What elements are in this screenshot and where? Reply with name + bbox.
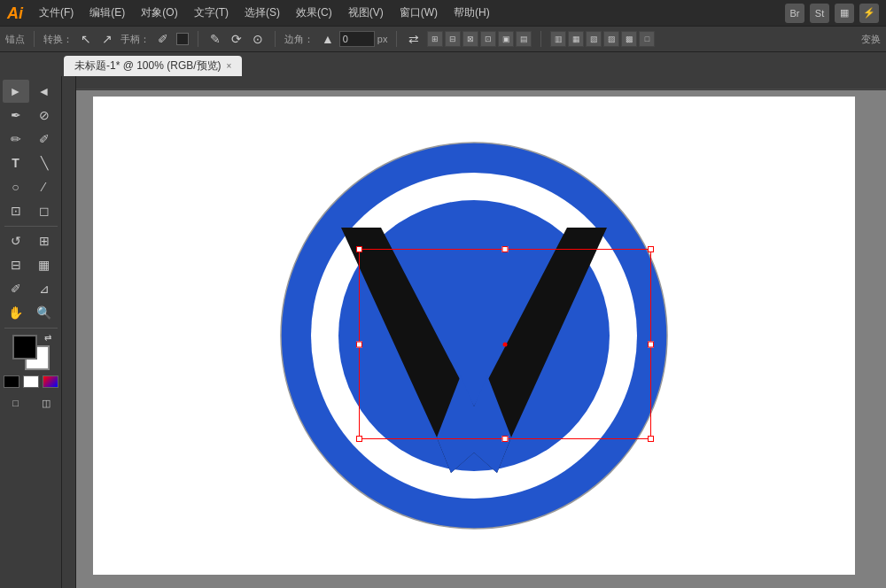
distribute-icons-group: ▥ ▦ ▧ ▨ ▩ □ xyxy=(550,31,655,47)
tool-row-shape: ○ ∕ xyxy=(3,175,59,198)
handle-label: 手柄： xyxy=(120,33,150,46)
convert-arrow-icon[interactable]: ↖ xyxy=(78,32,94,46)
bridge-icon[interactable]: Br xyxy=(785,4,804,23)
direct-select-tool-button[interactable]: ◄ xyxy=(31,80,58,103)
menu-select[interactable]: 选择(S) xyxy=(237,3,287,23)
tool-row-select: ► ◄ xyxy=(3,80,59,103)
extra-swatches-row xyxy=(4,375,58,388)
dist-right-icon[interactable]: ▧ xyxy=(586,31,602,47)
divider-3 xyxy=(275,31,276,47)
menu-effect[interactable]: 效果(C) xyxy=(289,3,339,23)
divider-4 xyxy=(396,31,397,47)
text-tool-button[interactable]: T xyxy=(3,151,29,174)
corner-swatch[interactable] xyxy=(176,33,189,45)
ellipse-tool-button[interactable]: ○ xyxy=(3,175,29,198)
dist-center-h-icon[interactable]: ▦ xyxy=(568,31,584,47)
tool-row-pen: ✒ ⊘ xyxy=(3,104,59,127)
anchor-point-icon[interactable]: ⊙ xyxy=(250,32,266,46)
black-swatch[interactable] xyxy=(4,375,19,388)
artboard xyxy=(93,97,855,575)
eyedropper-tool-button[interactable]: ✐ xyxy=(3,277,29,300)
app-logo: Ai xyxy=(7,5,23,21)
toolbar-separator-1 xyxy=(4,226,58,227)
menu-file[interactable]: 文件(F) xyxy=(32,3,81,23)
divider-2 xyxy=(198,31,198,47)
menu-right-icons: Br St ▦ ⚡ xyxy=(785,4,879,23)
tool-row-text: T ╲ xyxy=(3,151,59,174)
vertical-ruler xyxy=(62,76,76,588)
menu-view[interactable]: 视图(V) xyxy=(341,3,391,23)
menu-items: 文件(F) 编辑(E) 对象(O) 文字(T) 选择(S) 效果(C) 视图(V… xyxy=(32,3,785,23)
align-center-h-icon[interactable]: ⊟ xyxy=(445,31,461,47)
tool-row-eyedropper: ✐ ⊿ xyxy=(3,277,59,300)
curvature-tool-button[interactable]: ⊘ xyxy=(31,104,58,127)
menu-bar: Ai 文件(F) 编辑(E) 对象(O) 文字(T) 选择(S) 效果(C) 视… xyxy=(0,0,886,26)
align-icons-group: ⊞ ⊟ ⊠ ⊡ ▣ ▤ xyxy=(427,31,532,47)
anchor-pen-icon[interactable]: ✎ xyxy=(207,32,223,46)
tool-row-blend: ⊟ ▦ xyxy=(3,253,59,276)
hand-tool-button[interactable]: ✋ xyxy=(3,301,29,324)
grid-icon[interactable]: ▦ xyxy=(835,4,854,23)
pen-tool-button[interactable]: ✒ xyxy=(3,104,29,127)
transform-link-icon[interactable]: ⇄ xyxy=(406,32,422,46)
menu-object[interactable]: 对象(O) xyxy=(134,3,184,23)
stock-icon[interactable]: St xyxy=(810,4,829,23)
logo-svg xyxy=(279,141,669,530)
edge-up-icon[interactable]: ▲ xyxy=(319,32,337,46)
zoom-tool-button[interactable]: 🔍 xyxy=(31,301,58,324)
measure-tool-button[interactable]: ⊿ xyxy=(31,277,58,300)
tab-title: 未标题-1* @ 100% (RGB/预览) xyxy=(74,58,222,74)
menu-edit[interactable]: 编辑(E) xyxy=(82,3,132,23)
dist-top-icon[interactable]: ▨ xyxy=(603,31,619,47)
left-toolbar: ► ◄ ✒ ⊘ ✏ ✐ T ╲ ○ ∕ ⊡ ◻ ↺ ⊞ ⊟ ▦ xyxy=(0,76,62,588)
gradient-swatch[interactable] xyxy=(43,375,58,388)
convert-curve-icon[interactable]: ↗ xyxy=(99,32,115,46)
align-center-v-icon[interactable]: ▣ xyxy=(498,31,514,47)
document-tab[interactable]: 未标题-1* @ 100% (RGB/预览) × xyxy=(64,56,242,76)
foreground-color-swatch[interactable] xyxy=(12,335,37,360)
shaper-tool-button[interactable]: ∕ xyxy=(31,175,58,198)
rotate-tool-button[interactable]: ⊡ xyxy=(3,199,29,222)
transform-label: 变换 xyxy=(861,33,881,46)
tab-close-button[interactable]: × xyxy=(227,61,232,71)
paintbrush-tool-button[interactable]: ✏ xyxy=(3,128,29,151)
dist-center-v-icon[interactable]: ▩ xyxy=(621,31,637,47)
edge-input-group: ▲ px xyxy=(319,31,387,47)
canvas-area[interactable] xyxy=(62,76,886,588)
convert-label: 转换： xyxy=(43,33,73,46)
divider-1 xyxy=(34,31,35,47)
menu-help[interactable]: 帮助(H) xyxy=(447,3,497,23)
column-graph-tool-button[interactable]: ▦ xyxy=(31,253,58,276)
handle-icon[interactable]: ✐ xyxy=(155,32,171,46)
toolbar-separator-2 xyxy=(4,328,58,329)
menu-window[interactable]: 窗口(W) xyxy=(392,3,445,23)
divider-5 xyxy=(540,31,541,47)
pencil-tool-button[interactable]: ✐ xyxy=(31,128,58,151)
white-swatch[interactable] xyxy=(23,375,39,388)
dist-bottom-icon[interactable]: □ xyxy=(639,31,655,47)
edge-value-input[interactable] xyxy=(339,31,375,47)
align-left-icon[interactable]: ⊞ xyxy=(427,31,443,47)
change-screen-mode-icon[interactable]: ◫ xyxy=(33,391,59,414)
align-bottom-icon[interactable]: ▤ xyxy=(516,31,532,47)
width-tool-button[interactable]: ⊞ xyxy=(31,229,58,252)
sync-icon[interactable]: ⚡ xyxy=(859,4,879,23)
tool-row-brush: ✏ ✐ xyxy=(3,128,59,151)
align-right-icon[interactable]: ⊠ xyxy=(462,31,478,47)
scale-tool-button[interactable]: ◻ xyxy=(31,199,58,222)
fill-none-icon[interactable]: □ xyxy=(3,391,29,414)
swap-colors-icon[interactable]: ⇄ xyxy=(44,333,51,343)
line-tool-button[interactable]: ╲ xyxy=(31,151,58,174)
anchor-smooth-icon[interactable]: ⟳ xyxy=(229,32,245,46)
edge-label: 边角： xyxy=(284,33,314,46)
tab-bar: 未标题-1* @ 100% (RGB/预览) × xyxy=(0,52,886,76)
dist-left-icon[interactable]: ▥ xyxy=(550,31,566,47)
anchor-label: 锚点 xyxy=(5,33,25,46)
blend-tool-button[interactable]: ⊟ xyxy=(3,253,29,276)
menu-text[interactable]: 文字(T) xyxy=(187,3,236,23)
align-top-icon[interactable]: ⊡ xyxy=(480,31,496,47)
tool-row-warp: ↺ ⊞ xyxy=(3,229,59,252)
warp-tool-button[interactable]: ↺ xyxy=(3,229,29,252)
selection-tool-button[interactable]: ► xyxy=(3,80,29,103)
color-swatches-group: ⇄ xyxy=(9,333,53,372)
